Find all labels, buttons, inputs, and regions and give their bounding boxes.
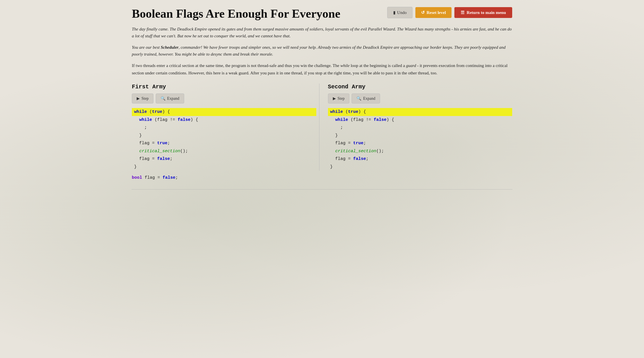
code-line-7b: flag = false;	[328, 155, 512, 163]
description-paragraph: If two threads enter a critical section …	[132, 62, 512, 77]
first-army-step-button[interactable]: ▶ Step	[132, 93, 153, 103]
vertical-separator	[319, 84, 319, 171]
first-army-panel: First Army ▶ Step 🔍 Expand while (true) …	[132, 84, 316, 171]
code-line-1b: while (true) {	[328, 108, 512, 116]
menu-icon: ☰	[461, 10, 464, 15]
intro-paragraph-1: The day finally came. The Deadlock Empir…	[132, 26, 512, 39]
shared-variables: bool flag = false;	[132, 171, 512, 182]
code-line-8b: }	[328, 163, 512, 171]
bottom-divider	[132, 189, 512, 190]
first-army-expand-button[interactable]: 🔍 Expand	[156, 93, 184, 103]
code-line-5a: flag = true;	[132, 139, 316, 147]
code-line-5b: flag = true;	[328, 139, 512, 147]
expand-search-icon-2: 🔍	[356, 96, 361, 101]
code-line-4b: }	[328, 132, 512, 140]
code-line-7a: flag = false;	[132, 155, 316, 163]
intro-paragraph-2: You are our best Scheduler, commander! W…	[132, 44, 512, 58]
second-army-step-button[interactable]: ▶ Step	[328, 93, 350, 103]
code-line-3a: ;	[132, 124, 316, 132]
expand-search-icon: 🔍	[161, 96, 165, 101]
code-line-3b: ;	[328, 124, 512, 132]
code-line-1a: while (true) {	[132, 108, 316, 116]
code-line-2b: while (flag != false) {	[328, 116, 512, 124]
first-army-controls: ▶ Step 🔍 Expand	[132, 93, 316, 103]
first-army-code: while (true) { while (flag != false) { ;…	[132, 108, 316, 171]
undo-icon: ▮	[393, 10, 395, 15]
code-line-4a: }	[132, 132, 316, 140]
undo-button[interactable]: ▮ Undo	[387, 7, 413, 18]
code-line-8a: }	[132, 163, 316, 171]
step-play-icon-2: ▶	[333, 96, 336, 101]
second-army-panel: Second Army ▶ Step 🔍 Expand while (true)…	[322, 84, 512, 171]
reset-icon: ↺	[421, 10, 425, 15]
reset-button[interactable]: ↺ Reset level	[415, 7, 452, 18]
second-army-code: while (true) { while (flag != false) { ;…	[328, 108, 512, 171]
return-button[interactable]: ☰ Return to main menu	[454, 7, 512, 18]
second-army-controls: ▶ Step 🔍 Expand	[328, 93, 512, 103]
first-army-title: First Army	[132, 84, 316, 90]
step-play-icon: ▶	[137, 96, 140, 101]
code-line-6b: critical_section();	[328, 147, 512, 155]
code-line-6a: critical_section();	[132, 147, 316, 155]
code-line-2a: while (flag != false) {	[132, 116, 316, 124]
second-army-expand-button[interactable]: 🔍 Expand	[352, 93, 380, 103]
second-army-title: Second Army	[328, 84, 512, 90]
